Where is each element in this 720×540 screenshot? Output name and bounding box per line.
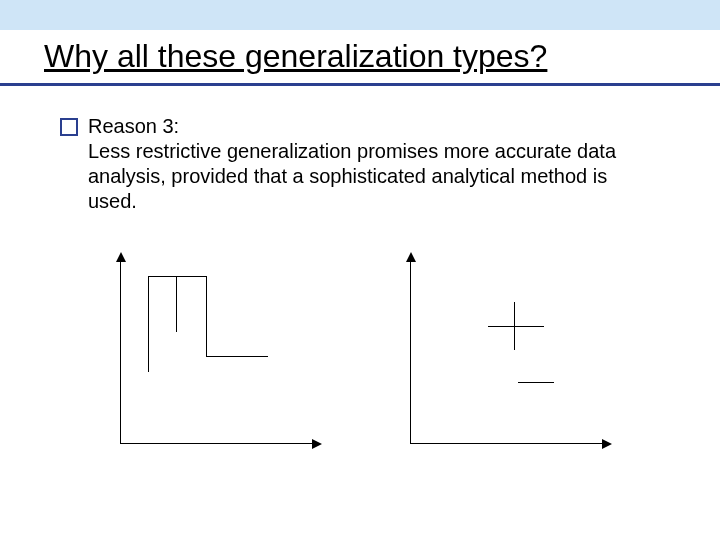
bullet-text: Reason 3: Less restrictive generalizatio…: [88, 114, 660, 214]
content-area: Reason 3: Less restrictive generalizatio…: [0, 86, 720, 454]
bullet-lead: Reason 3:: [88, 115, 179, 137]
x-axis-icon: [120, 443, 320, 444]
chart-segment: [148, 276, 206, 277]
bullet-item: Reason 3: Less restrictive generalizatio…: [60, 114, 660, 214]
y-axis-icon: [120, 254, 121, 444]
x-axis-icon: [410, 443, 610, 444]
square-bullet-icon: [60, 118, 78, 136]
slide-title: Why all these generalization types?: [0, 30, 720, 83]
figures-row: [60, 254, 660, 454]
chart-segment: [148, 276, 149, 372]
bullet-body: Less restrictive generalization promises…: [88, 140, 616, 212]
chart-segment: [176, 276, 177, 332]
chart-segment: [514, 302, 515, 350]
chart-segment: [488, 326, 544, 327]
chart-segment: [518, 382, 554, 383]
y-axis-icon: [410, 254, 411, 444]
right-chart: [400, 254, 610, 454]
left-chart: [110, 254, 320, 454]
chart-segment: [206, 356, 268, 357]
header-band: [0, 0, 720, 30]
chart-segment: [206, 276, 207, 356]
